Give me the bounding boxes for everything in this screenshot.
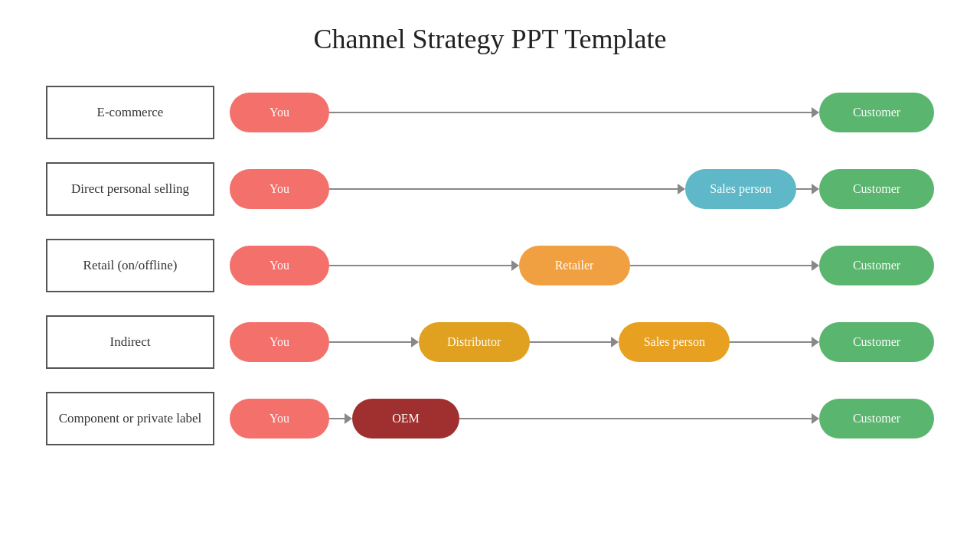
page: Channel Strategy PPT Template E-commerce… (0, 0, 980, 551)
row-retail: Retail (on/offline) You Retailer (46, 231, 934, 300)
line (329, 265, 511, 266)
flow-component: You OEM Customer (214, 384, 934, 453)
arrow-right (345, 413, 352, 424)
arrow-right (812, 184, 819, 194)
arrow-right (611, 337, 619, 347)
connector-indirect-1 (329, 341, 419, 343)
pill-you-indirect: You (230, 322, 329, 362)
connector-indirect-2 (530, 341, 619, 343)
line (459, 418, 812, 419)
pill-salesperson-indirect: Sales person (619, 322, 730, 362)
pill-you-ecommerce: You (230, 93, 329, 132)
pill-customer-direct: Customer (819, 169, 934, 209)
connector-indirect-3 (730, 341, 819, 343)
line (329, 188, 678, 190)
connector-direct-2 (796, 188, 819, 190)
connector-retail-1 (329, 265, 519, 266)
pill-salesperson-direct: Sales person (685, 169, 796, 209)
page-title: Channel Strategy PPT Template (313, 23, 666, 55)
flow-direct: You Sales person Customer (214, 155, 934, 223)
connector-ecommerce (329, 112, 819, 113)
connector-component-2 (459, 418, 819, 419)
label-direct: Direct personal selling (46, 162, 214, 216)
rows-container: E-commerce You Customer Direct personal … (46, 78, 934, 453)
flow-ecommerce: You Customer (214, 78, 934, 147)
arrow-right (511, 260, 519, 271)
row-ecommerce: E-commerce You Customer (46, 78, 934, 147)
arrow-right (411, 337, 419, 347)
label-indirect: Indirect (46, 315, 214, 369)
pill-customer-component: Customer (819, 399, 934, 439)
line (630, 265, 812, 266)
arrow-right (812, 260, 819, 271)
arrow-right (812, 107, 819, 118)
pill-you-component: You (230, 399, 329, 439)
arrow-right (812, 413, 819, 424)
row-component: Component or private label You OEM (46, 384, 934, 453)
pill-you-direct: You (230, 169, 329, 209)
label-ecommerce: E-commerce (46, 86, 214, 139)
label-component: Component or private label (46, 392, 214, 445)
connector-direct-1 (329, 188, 685, 190)
line (329, 341, 411, 343)
pill-customer-retail: Customer (819, 246, 934, 285)
pill-distributor: Distributor (419, 322, 530, 362)
line (329, 418, 345, 419)
pill-oem: OEM (352, 399, 459, 439)
arrow-right (678, 184, 685, 194)
label-retail: Retail (on/offline) (46, 239, 214, 292)
arrow-right (812, 337, 819, 347)
connector-retail-2 (630, 265, 820, 266)
row-direct: Direct personal selling You Sales person (46, 155, 934, 223)
pill-you-retail: You (230, 246, 329, 285)
pill-customer-ecommerce: Customer (819, 93, 934, 132)
flow-retail: You Retailer Customer (214, 231, 934, 300)
line (796, 188, 812, 190)
row-indirect: Indirect You Distributor (46, 308, 934, 377)
connector-component-1 (329, 418, 352, 419)
line (530, 341, 612, 343)
pill-retailer: Retailer (519, 246, 630, 285)
flow-indirect: You Distributor Sales person (214, 308, 934, 377)
line (730, 341, 812, 343)
pill-customer-indirect: Customer (819, 322, 934, 362)
line (329, 112, 812, 113)
